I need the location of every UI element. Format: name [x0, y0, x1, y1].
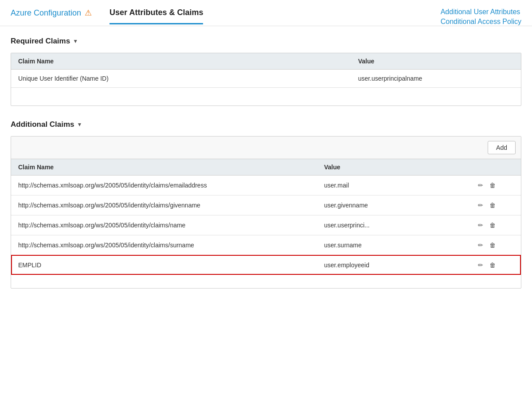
- additional-col-name: Claim Name: [11, 159, 317, 176]
- additional-col-actions: [470, 159, 521, 176]
- delete-button[interactable]: 🗑: [489, 241, 497, 250]
- conditional-access-policy-link[interactable]: Conditional Access Policy: [441, 18, 521, 26]
- edit-button[interactable]: ✏: [477, 201, 484, 210]
- required-col-name: Claim Name: [11, 53, 351, 70]
- row-actions: ✏ 🗑: [477, 221, 514, 230]
- required-claims-table-wrapper: Claim Name Value Unique User Identifier …: [11, 53, 521, 106]
- claim-name-cell: EMPLID: [11, 255, 317, 275]
- claim-name-cell: http://schemas.xmlsoap.org/ws/2005/05/id…: [11, 235, 317, 255]
- table-row: http://schemas.xmlsoap.org/ws/2005/05/id…: [11, 215, 521, 235]
- row-actions: ✏ 🗑: [477, 241, 514, 250]
- row-actions: ✏ 🗑: [477, 201, 514, 210]
- claim-name-cell: http://schemas.xmlsoap.org/ws/2005/05/id…: [11, 215, 317, 235]
- nav-left: Azure Configuration ⚠: [11, 8, 92, 18]
- highlighted-table-row: EMPLID user.employeeid ✏ 🗑: [11, 255, 521, 275]
- additional-claims-table: Claim Name Value http://schemas.xmlsoap.…: [11, 159, 521, 288]
- additional-claims-toolbar: Add: [11, 137, 521, 159]
- claim-value-cell: user.givenname: [317, 195, 470, 215]
- add-button[interactable]: Add: [488, 141, 516, 154]
- top-navigation: Azure Configuration ⚠ User Attributes & …: [0, 0, 532, 26]
- additional-claims-table-wrapper: Add Claim Name Value http://schemas.xmls…: [11, 136, 521, 289]
- table-row-spacer: [11, 88, 521, 105]
- claim-name-cell: http://schemas.xmlsoap.org/ws/2005/05/id…: [11, 175, 317, 195]
- delete-button[interactable]: 🗑: [489, 201, 497, 210]
- page-content: Required Claims ▼ Claim Name Value Uniqu…: [0, 26, 532, 313]
- nav-right: Additional User Attributes Conditional A…: [441, 8, 521, 26]
- table-row: http://schemas.xmlsoap.org/ws/2005/05/id…: [11, 195, 521, 215]
- required-col-value: Value: [351, 53, 521, 70]
- table-row: http://schemas.xmlsoap.org/ws/2005/05/id…: [11, 235, 521, 255]
- claim-value-cell: user.userprincipalname: [351, 70, 521, 88]
- additional-col-value: Value: [317, 159, 470, 176]
- row-actions: ✏ 🗑: [477, 181, 514, 190]
- additional-claims-header-row: Claim Name Value: [11, 159, 521, 176]
- delete-button[interactable]: 🗑: [489, 181, 497, 190]
- required-claims-title: Required Claims: [11, 37, 70, 46]
- additional-claims-header[interactable]: Additional Claims ▼: [11, 120, 521, 129]
- table-row: Unique User Identifier (Name ID) user.us…: [11, 70, 521, 88]
- additional-claims-title: Additional Claims: [11, 120, 74, 129]
- claim-actions-cell: ✏ 🗑: [470, 175, 521, 195]
- edit-button[interactable]: ✏: [477, 241, 484, 250]
- required-claims-chevron: ▼: [73, 38, 78, 44]
- edit-button[interactable]: ✏: [477, 221, 484, 230]
- table-row-spacer: [11, 275, 521, 288]
- claim-value-cell: user.employeeid: [317, 255, 470, 275]
- required-claims-table: Claim Name Value Unique User Identifier …: [11, 53, 521, 105]
- delete-button[interactable]: 🗑: [489, 221, 497, 230]
- claim-value-cell: user.userprinci...: [317, 215, 470, 235]
- claim-actions-cell: ✏ 🗑: [470, 255, 521, 275]
- warning-icon: ⚠: [85, 8, 92, 18]
- required-claims-header[interactable]: Required Claims ▼: [11, 37, 521, 46]
- edit-button[interactable]: ✏: [477, 261, 484, 269]
- user-attributes-claims-tab[interactable]: User Attributes & Claims: [110, 8, 203, 24]
- claim-actions-cell: ✏ 🗑: [470, 215, 521, 235]
- claim-value-cell: user.surname: [317, 235, 470, 255]
- claim-value-cell: user.mail: [317, 175, 470, 195]
- edit-button[interactable]: ✏: [477, 181, 484, 190]
- claim-actions-cell: ✏ 🗑: [470, 195, 521, 215]
- additional-claims-chevron: ▼: [77, 121, 82, 128]
- claim-name-cell: Unique User Identifier (Name ID): [11, 70, 351, 88]
- claim-actions-cell: ✏ 🗑: [470, 235, 521, 255]
- row-actions: ✏ 🗑: [477, 261, 514, 269]
- azure-configuration-link[interactable]: Azure Configuration: [11, 8, 81, 18]
- table-row: http://schemas.xmlsoap.org/ws/2005/05/id…: [11, 175, 521, 195]
- delete-button[interactable]: 🗑: [489, 261, 497, 269]
- required-claims-header-row: Claim Name Value: [11, 53, 521, 70]
- claim-name-cell: http://schemas.xmlsoap.org/ws/2005/05/id…: [11, 195, 317, 215]
- additional-user-attributes-link[interactable]: Additional User Attributes: [441, 8, 520, 16]
- active-tab[interactable]: User Attributes & Claims: [110, 8, 203, 23]
